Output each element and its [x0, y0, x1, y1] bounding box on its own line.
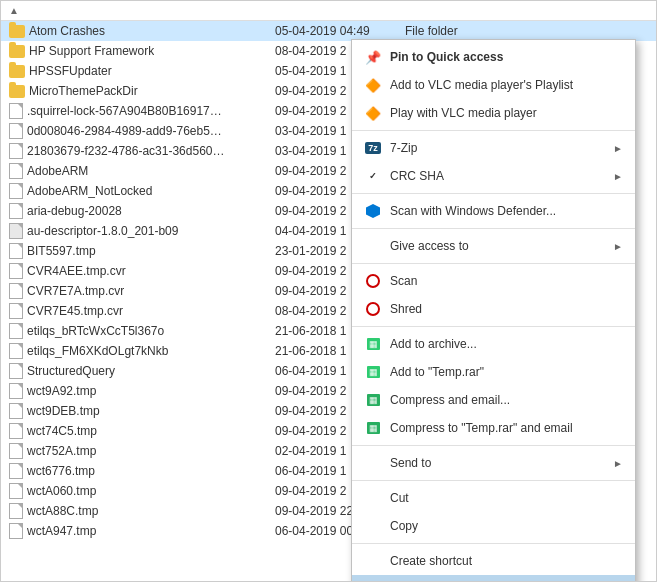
col-type-header[interactable] [401, 5, 531, 16]
menu-item-icon [364, 552, 382, 570]
file-icon [9, 423, 23, 439]
menu-item-compress-to-temprar-and-email[interactable]: ▦ Compress to "Temp.rar" and email [352, 414, 635, 442]
menu-item-label: Create shortcut [390, 554, 623, 568]
file-name: CVR7E7A.tmp.cvr [27, 284, 124, 298]
menu-item-give-access-to[interactable]: Give access to ► [352, 232, 635, 260]
file-name-cell: AdobeARM_NotLocked [1, 183, 271, 199]
menu-item-label: Cut [390, 491, 623, 505]
menu-item-icon [364, 517, 382, 535]
menu-item-add-to-archive[interactable]: ▦ Add to archive... [352, 330, 635, 358]
menu-item-label: Scan [390, 274, 623, 288]
file-name: wct9DEB.tmp [27, 404, 100, 418]
folder-icon [9, 25, 25, 38]
file-name-cell: wct9DEB.tmp [1, 403, 271, 419]
file-name-cell: 21803679-f232-4786-ac31-36d5608aa3ff.j..… [1, 143, 271, 159]
menu-item-play-with-vlc-media-player[interactable]: 🔶 Play with VLC media player [352, 99, 635, 127]
menu-item-label: Scan with Windows Defender... [390, 204, 623, 218]
menu-item-label: Add to archive... [390, 337, 623, 351]
menu-item-icon: ▦ [364, 363, 382, 381]
file-name-cell: wctA060.tmp [1, 483, 271, 499]
file-icon [9, 303, 23, 319]
menu-separator [352, 193, 635, 194]
file-icon [9, 323, 23, 339]
archive-icon: ▦ [367, 338, 380, 350]
file-name-cell: CVR7E7A.tmp.cvr [1, 283, 271, 299]
menu-item-label: CRC SHA [390, 169, 613, 183]
menu-item-delete[interactable]: Delete [352, 575, 635, 582]
table-header: ▲ [1, 1, 656, 21]
file-name: CVR7E45.tmp.cvr [27, 304, 123, 318]
col-name-header[interactable]: ▲ [1, 5, 271, 16]
menu-item-cut[interactable]: Cut [352, 484, 635, 512]
file-name: StructuredQuery [27, 364, 115, 378]
file-icon [9, 483, 23, 499]
file-icon [9, 123, 23, 139]
menu-item-label: Compress and email... [390, 393, 623, 407]
menu-item-label: Add to VLC media player's Playlist [390, 78, 623, 92]
menu-item-copy[interactable]: Copy [352, 512, 635, 540]
file-name: wct74C5.tmp [27, 424, 97, 438]
crc-icon: ✓ [369, 171, 377, 181]
col-size-header[interactable] [531, 5, 611, 16]
file-icon [9, 103, 23, 119]
vlc-icon: 🔶 [365, 106, 381, 121]
pin-icon: 📌 [365, 50, 381, 65]
menu-item-icon [364, 272, 382, 290]
file-name: .squirrel-lock-567A904B80B16917E813CC... [27, 104, 227, 118]
submenu-arrow-icon: ► [613, 458, 623, 469]
menu-item-pin-to-quick-access[interactable]: 📌 Pin to Quick access [352, 43, 635, 71]
menu-item-crc-sha[interactable]: ✓ CRC SHA ► [352, 162, 635, 190]
menu-item-icon: ▦ [364, 391, 382, 409]
submenu-arrow-icon: ► [613, 241, 623, 252]
menu-separator [352, 480, 635, 481]
file-name-cell: wctA947.tmp [1, 523, 271, 539]
file-icon [9, 463, 23, 479]
menu-item-shred[interactable]: Shred [352, 295, 635, 323]
menu-separator [352, 543, 635, 544]
menu-item-label: Add to "Temp.rar" [390, 365, 623, 379]
menu-item-create-shortcut[interactable]: Create shortcut [352, 547, 635, 575]
menu-item-icon [364, 454, 382, 472]
compress-icon: ▦ [367, 394, 380, 406]
file-name: wct9A92.tmp [27, 384, 96, 398]
menu-item-send-to[interactable]: Send to ► [352, 449, 635, 477]
file-name: Atom Crashes [29, 24, 105, 38]
file-name-cell: wctA88C.tmp [1, 503, 271, 519]
menu-item-scan-with-windows-defender[interactable]: Scan with Windows Defender... [352, 197, 635, 225]
file-type: File folder [401, 24, 531, 38]
menu-item-7-zip[interactable]: 7z 7-Zip ► [352, 134, 635, 162]
file-name-cell: aria-debug-20028 [1, 203, 271, 219]
menu-item-icon: 🔶 [364, 76, 382, 94]
menu-item-add-to-vlc-media-players-playlist[interactable]: 🔶 Add to VLC media player's Playlist [352, 71, 635, 99]
folder-icon [9, 45, 25, 58]
file-name-cell: wct6776.tmp [1, 463, 271, 479]
folder-icon [9, 85, 25, 98]
file-name-cell: .squirrel-lock-567A904B80B16917E813CC... [1, 103, 271, 119]
menu-item-compress-and-email[interactable]: ▦ Compress and email... [352, 386, 635, 414]
file-name-cell: AdobeARM [1, 163, 271, 179]
menu-separator [352, 130, 635, 131]
defender-icon [366, 204, 380, 218]
menu-item-icon [364, 202, 382, 220]
file-name-cell: CVR7E45.tmp.cvr [1, 303, 271, 319]
menu-item-label: Shred [390, 302, 623, 316]
menu-item-icon: 7z [364, 139, 382, 157]
table-row[interactable]: Atom Crashes 05-04-2019 04:49 File folde… [1, 21, 656, 41]
file-name-cell: wct9A92.tmp [1, 383, 271, 399]
menu-item-scan[interactable]: Scan [352, 267, 635, 295]
file-name: HP Support Framework [29, 44, 154, 58]
file-name-cell: 0d008046-2984-4989-add9-76eb53b6fa92... [1, 123, 271, 139]
file-name-cell: CVR4AEE.tmp.cvr [1, 263, 271, 279]
col-date-header[interactable] [271, 5, 401, 16]
menu-item-icon [364, 300, 382, 318]
file-name: etilqs_FM6XKdOLgt7kNkb [27, 344, 168, 358]
menu-item-add-to-temprar[interactable]: ▦ Add to "Temp.rar" [352, 358, 635, 386]
file-icon [9, 203, 23, 219]
file-name: wct6776.tmp [27, 464, 95, 478]
file-icon [9, 183, 23, 199]
file-icon [9, 403, 23, 419]
file-name: wct752A.tmp [27, 444, 96, 458]
menu-separator [352, 326, 635, 327]
folder-icon [9, 65, 25, 78]
menu-item-label: Send to [390, 456, 613, 470]
